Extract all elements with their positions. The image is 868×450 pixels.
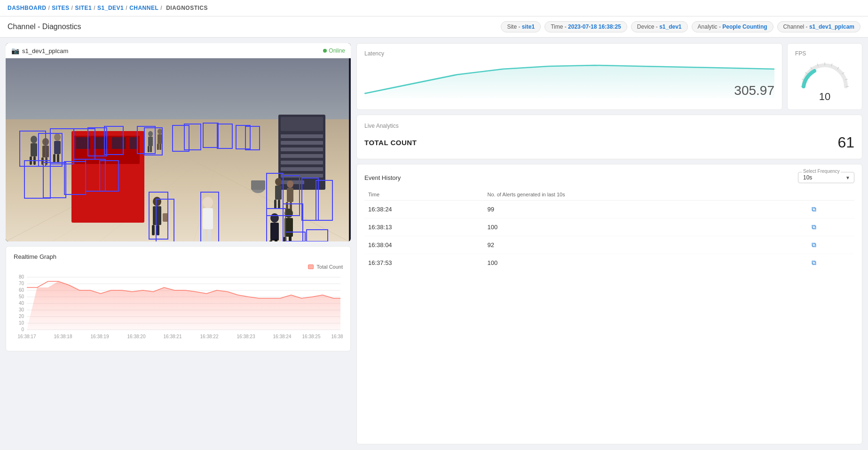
event-table: Time No. of Alerts generated in last 10s… — [364, 189, 854, 272]
page-header: Channel - Diagnostics Site - site1 Time … — [0, 16, 868, 38]
svg-text:70: 70 — [19, 281, 24, 286]
breadcrumb-sites[interactable]: SITES — [52, 5, 69, 11]
filter-analytic: Analytic - People Counting — [692, 21, 773, 32]
status-online: Online — [323, 47, 345, 54]
external-link-icon[interactable]: ⧉ — [812, 259, 816, 266]
svg-rect-20 — [281, 161, 323, 164]
filter-device: Device - s1_dev1 — [631, 21, 688, 32]
latency-label: Latency — [364, 50, 774, 57]
camera-feed — [6, 58, 349, 241]
svg-text:16:38:21: 16:38:21 — [164, 334, 182, 339]
graph-title: Realtime Graph — [14, 253, 343, 260]
svg-rect-62 — [270, 223, 279, 241]
svg-rect-43 — [159, 144, 161, 150]
svg-rect-19 — [281, 154, 323, 158]
svg-point-44 — [203, 197, 213, 208]
cell-link[interactable]: ⧉ — [808, 218, 854, 236]
camera-header: 📷 s1_dev1_pplcam Online — [6, 43, 351, 58]
fps-card: FPS — [787, 43, 862, 110]
fps-label: FPS — [795, 50, 806, 57]
svg-text:16:38:24: 16:38:24 — [273, 334, 292, 339]
analytics-section-label: Live Analytics — [364, 123, 854, 129]
cell-link[interactable]: ⧉ — [808, 201, 854, 218]
svg-rect-17 — [281, 141, 323, 145]
filter-time: Time - 2023-07-18 16:38:25 — [544, 21, 627, 32]
chevron-down-icon: ▼ — [845, 175, 850, 180]
cell-alerts: 100 — [484, 254, 808, 272]
table-row: 16:38:04 92 ⧉ — [364, 236, 854, 254]
svg-text:10: 10 — [19, 320, 24, 326]
cell-alerts: 99 — [484, 201, 808, 218]
breadcrumb-site1[interactable]: SITE1 — [75, 5, 92, 11]
col-action — [808, 189, 854, 201]
table-row: 16:38:24 99 ⧉ — [364, 201, 854, 218]
analytics-card: Live Analytics TOTAL COUNT 61 — [356, 115, 862, 159]
left-panel: 📷 s1_dev1_pplcam Online — [6, 43, 351, 444]
freq-value: 10s — [803, 174, 812, 181]
breadcrumb-device[interactable]: S1_DEV1 — [97, 5, 124, 11]
legend-label: Total Count — [316, 264, 343, 270]
cell-link[interactable]: ⧉ — [808, 254, 854, 272]
svg-rect-46 — [202, 229, 205, 241]
table-row: 16:38:13 100 ⧉ — [364, 218, 854, 236]
legend-dot — [308, 264, 314, 269]
svg-rect-25 — [31, 143, 37, 156]
breadcrumb-dashboard[interactable]: DASHBOARD — [8, 5, 47, 11]
svg-rect-38 — [148, 146, 150, 152]
metric-row: Latency 305.97 — [356, 43, 862, 110]
svg-marker-119 — [27, 281, 340, 330]
svg-rect-54 — [275, 186, 282, 200]
svg-rect-41 — [158, 134, 162, 144]
svg-rect-35 — [57, 154, 59, 163]
cell-link[interactable]: ⧉ — [808, 236, 854, 254]
svg-text:16:38:26: 16:38:26 — [331, 334, 343, 339]
cell-time: 16:38:04 — [364, 236, 484, 254]
external-link-icon[interactable]: ⧉ — [812, 205, 816, 213]
svg-rect-15 — [281, 117, 323, 131]
svg-text:16:38:19: 16:38:19 — [91, 334, 109, 339]
main-layout: 📷 s1_dev1_pplcam Online — [0, 38, 868, 450]
analytics-metric: TOTAL COUNT — [364, 139, 417, 147]
svg-rect-21 — [281, 167, 323, 171]
event-header: Event History Select Frequency 10s ▼ — [364, 172, 854, 183]
analytics-main: TOTAL COUNT 61 — [364, 134, 854, 151]
col-alerts: No. of Alerts generated in last 10s — [484, 189, 808, 201]
cell-alerts: 92 — [484, 236, 808, 254]
camera-icon: 📷 — [11, 47, 19, 54]
svg-rect-0 — [6, 58, 349, 119]
col-time: Time — [364, 189, 484, 201]
filter-site: Site - site1 — [501, 21, 541, 32]
realtime-chart-svg: 80 70 60 50 40 30 20 10 0 — [14, 272, 343, 344]
event-history-title: Event History — [364, 174, 401, 181]
graph-legend: Total Count — [14, 264, 343, 270]
svg-text:16:38:20: 16:38:20 — [127, 334, 146, 339]
svg-text:16:38:25: 16:38:25 — [302, 334, 321, 339]
status-dot — [323, 49, 327, 53]
external-link-icon[interactable]: ⧉ — [812, 223, 816, 231]
svg-rect-12 — [112, 137, 126, 149]
fps-gauge — [799, 61, 851, 89]
svg-rect-37 — [148, 137, 153, 146]
svg-rect-64 — [275, 239, 277, 241]
svg-text:16:38:22: 16:38:22 — [200, 334, 219, 339]
frequency-select[interactable]: Select Frequency 10s ▼ — [798, 172, 854, 183]
breadcrumb-channel[interactable]: CHANNEL — [129, 5, 158, 11]
svg-text:0: 0 — [21, 327, 24, 332]
svg-rect-68 — [289, 235, 292, 241]
event-history-card: Event History Select Frequency 10s ▼ Tim… — [356, 164, 862, 444]
svg-rect-70 — [251, 180, 265, 190]
svg-rect-13 — [130, 137, 137, 149]
svg-rect-50 — [152, 225, 155, 235]
svg-rect-16 — [281, 134, 323, 138]
fps-value: 10 — [819, 91, 830, 103]
camera-card: 📷 s1_dev1_pplcam Online — [6, 43, 351, 241]
svg-rect-51 — [157, 225, 159, 235]
header-filters: Site - site1 Time - 2023-07-18 16:38:25 … — [501, 21, 860, 32]
external-link-icon[interactable]: ⧉ — [812, 241, 816, 248]
svg-text:16:38:17: 16:38:17 — [18, 334, 36, 339]
svg-rect-18 — [281, 147, 323, 151]
svg-text:40: 40 — [19, 301, 24, 306]
svg-text:16:38:23: 16:38:23 — [237, 334, 255, 339]
svg-point-24 — [31, 136, 37, 143]
svg-point-61 — [270, 213, 279, 223]
